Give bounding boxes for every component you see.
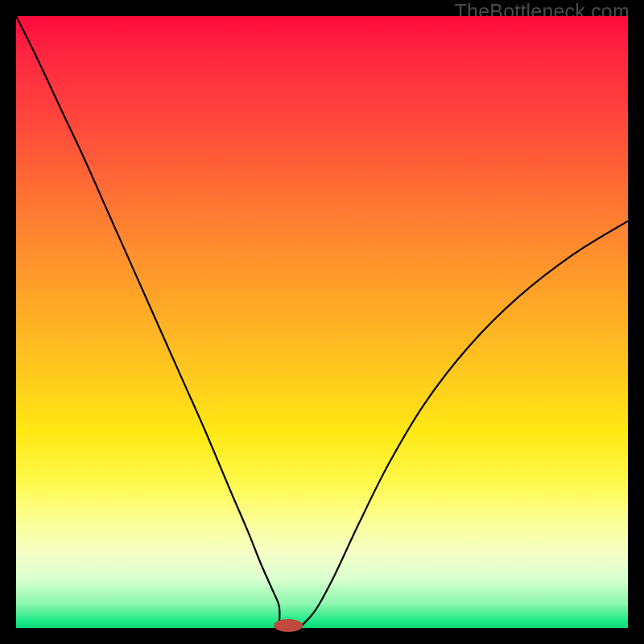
- min-marker: [274, 619, 303, 632]
- chart-frame: TheBottleneck.com: [0, 0, 644, 644]
- plot-area: [16, 16, 628, 628]
- chart-svg: [16, 16, 628, 628]
- bottleneck-curve: [16, 16, 628, 626]
